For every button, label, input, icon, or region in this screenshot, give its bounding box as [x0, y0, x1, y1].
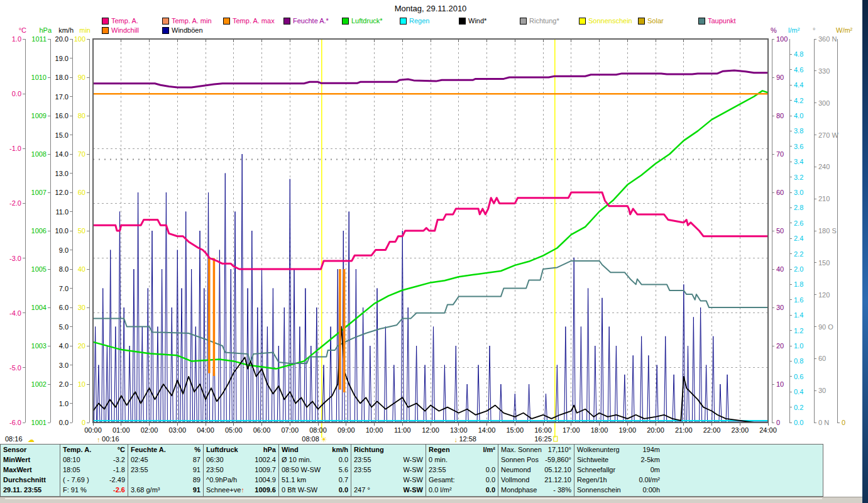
summary-table: SensorMinWertMaxWertDurchschnitt29.11. 2… [0, 444, 823, 497]
table-row: Richtung [354, 445, 423, 455]
axis-tick-label-deg: 330 [818, 67, 830, 75]
axis-unit-pct: % [771, 26, 777, 34]
axis-tick-label-deg: 150 [818, 259, 830, 267]
axis-tick-label-c: 1.0 [12, 35, 21, 43]
axis-tick-label-kmh: 20.0 [55, 35, 69, 43]
axis-tick-label-c: 0.0 [12, 90, 21, 97]
axis-tick-label-deg: 180 S [818, 227, 837, 235]
axis-tick-label-kmh: 5.0 [59, 323, 69, 331]
axis-tick-label-c: -6.0 [9, 419, 21, 426]
axis-tick-label-hpa: 1008 [31, 150, 47, 158]
x-axis-label: 13:00 [450, 426, 468, 434]
axis-tick-label-deg: 0 N [818, 419, 829, 426]
table-row: F: 91 %-2.6 [63, 485, 125, 495]
table-row: LuftdruckhPa [206, 445, 276, 455]
table-row: Ø 10 min.0.0 [282, 455, 348, 465]
axis-tick-label-deg: 120 [818, 291, 830, 299]
table-row: 08:50 W-SW5.6 [282, 465, 348, 475]
axis-tick-label-hpa: 1006 [31, 227, 47, 235]
axis-tick-label-deg: 210 [818, 195, 830, 202]
axis-tick-label-pct: 80 [776, 112, 784, 119]
table-row: Sonnen Pos-59,860° [501, 455, 571, 465]
axis-tick-label-min: 0 [82, 419, 85, 426]
table-row: Durchschnitt [3, 475, 57, 485]
x-axis-label: 07:00 [281, 426, 299, 434]
table-row: Regenl/m² [429, 445, 495, 455]
summary-col-astro: Max. Sonnen17,110°Sonnen Pos-59,860°Neum… [498, 445, 574, 496]
axis-tick-label-pct: 20 [776, 342, 784, 350]
table-row: ( - 7.69 )-2.49 [63, 475, 125, 485]
axis-tick-label-lm2: 4.6 [794, 66, 803, 74]
marker-sunrise-time: 08:16 [5, 435, 23, 443]
x-axis-label: 09:00 [338, 426, 355, 434]
axis-tick-label-c: -4.0 [9, 309, 21, 317]
table-row: Windkm/h [282, 445, 348, 455]
summary-col-conditions: Wolkenunterg194mSichtweite2-5kmSchneefal… [574, 445, 823, 496]
marker-moonset: 12:58 [459, 435, 476, 443]
axis-tick-label-kmh: 1.0 [59, 400, 69, 407]
axis-tick-label-min: 40 [78, 265, 85, 273]
axis-unit-deg: ° [813, 26, 815, 34]
axis-tick-label-lm2: 0.4 [794, 388, 803, 395]
marker-sunrise: 08:08 [302, 435, 319, 443]
axis-tick-label-min: 30 [78, 304, 85, 311]
x-axis-label: 11:00 [394, 426, 411, 434]
axis-tick-label-min: 60 [78, 189, 85, 196]
axis-tick-label-deg: 240 [818, 163, 830, 170]
table-row: 23:55W-SW [354, 455, 423, 465]
axis-tick-label-lm2: 0.6 [794, 373, 803, 380]
axis-tick-label-kmh: 6.0 [59, 304, 69, 311]
axis-tick-label-lm2: 1.2 [794, 327, 803, 334]
axis-tick-label-deg: 60 [818, 355, 826, 362]
axis-tick-label-lm2: 3.0 [794, 189, 803, 196]
x-axis-label: 04:00 [197, 426, 214, 434]
weather-app-window: Montag, 29.11.2010 Temp. A.Temp. A. minT… [0, 0, 868, 503]
axis-tick-label-kmh: 9.0 [59, 246, 69, 254]
axis-tick-label-min: 100 [74, 35, 85, 43]
table-row: 247 °W-SW [354, 485, 423, 495]
axis-tick-label-lm2: 2.8 [794, 204, 803, 211]
axis-tick-label-kmh: 14.0 [55, 150, 69, 158]
axis-tick-label-deg: 90 O [818, 323, 833, 331]
axis-tick-label-lm2: 2.6 [794, 219, 803, 227]
table-row: Schneefallgr0m [577, 465, 820, 475]
axis-tick-label-min: 10 [78, 380, 85, 388]
x-axis-label: 17:00 [563, 426, 580, 434]
table-row: Mondphase- 38% [501, 485, 571, 495]
sun-icon: ☀ [321, 435, 327, 444]
axis-tick-label-lm2: 1.4 [794, 311, 803, 319]
marker-sunset: 16:25 [534, 435, 552, 443]
table-row: 23:501009.7 [206, 465, 276, 475]
summary-col-pressure: LuftdruckhPa06:301002.423:501009.7^0.9hP… [204, 445, 279, 496]
moonrise-arrow-icon: ↑ [97, 436, 101, 443]
axis-tick-label-deg: 270 W [818, 131, 838, 139]
table-row: 18:05-1.8 [63, 465, 125, 475]
axis-tick-label-pct: 60 [776, 189, 784, 196]
table-row: Temp. A.°C [63, 445, 125, 455]
x-axis-label: 06:00 [253, 426, 271, 434]
axis-tick-label-deg: 360 N [818, 35, 837, 43]
axis-tick-label-pct: 0 [776, 419, 780, 426]
axis-tick-label-lm2: 2.2 [794, 250, 803, 258]
axis-tick-label-deg: 300 [818, 99, 830, 107]
x-axis-label: 02:00 [141, 426, 158, 434]
axis-tick-label-lm2: 0.8 [794, 357, 803, 365]
table-row: 23:55W-SW [354, 465, 423, 475]
series-temp-line [93, 192, 768, 269]
axis-tick-label-hpa: 1005 [31, 265, 47, 273]
x-axis-label: 22:00 [703, 426, 721, 434]
x-axis-label: 24:00 [759, 426, 777, 434]
axis-tick-label-hpa: 1003 [31, 342, 47, 350]
axis-tick-label-kmh: 10.0 [55, 227, 69, 235]
moonset-arrow-icon: ↓ [454, 436, 458, 443]
table-row: 51.1 km0.7 [282, 475, 348, 485]
table-row: 0 min. [429, 455, 495, 465]
axis-tick-label-kmh: 17.0 [55, 93, 69, 101]
axis-tick-label-lm2: 3.2 [794, 174, 803, 181]
table-row: Neumond05.12.10 [501, 465, 571, 475]
x-axis-label: 19:00 [618, 426, 636, 434]
axis-unit-hpa: hPa [39, 26, 52, 34]
table-row: 3.68 g/m³91 [131, 485, 201, 495]
axis-tick-label-kmh: 2.0 [59, 380, 69, 388]
x-axis-label: 01:00 [113, 426, 130, 434]
